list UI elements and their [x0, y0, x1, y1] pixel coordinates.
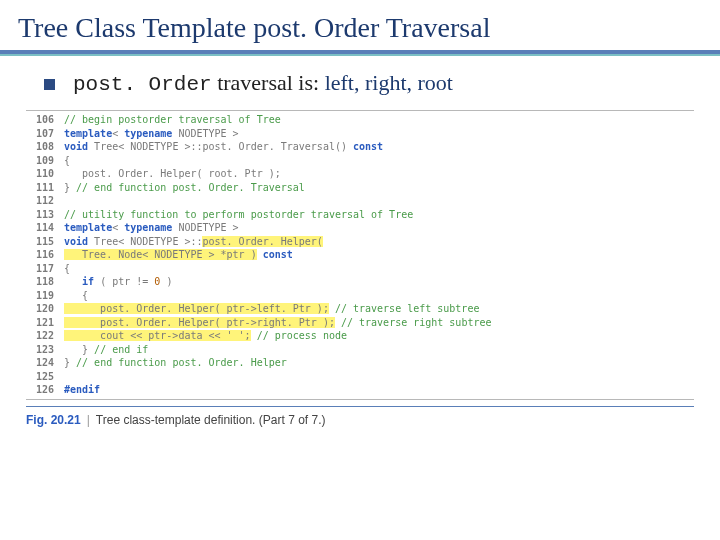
slide-title: Tree Class Template post. Order Traversa…	[18, 12, 702, 44]
line-number: 120	[26, 302, 64, 316]
code-content: cout << ptr->data << ' '; // process nod…	[64, 329, 694, 343]
code-line: 108void Tree< NODETYPE >::post. Order. T…	[26, 140, 694, 154]
code-content: } // end function post. Order. Helper	[64, 356, 694, 370]
code-content: } // end if	[64, 343, 694, 357]
line-number: 123	[26, 343, 64, 357]
bullet-item: post. Order traversal is: left, right, r…	[44, 70, 702, 96]
title-underline	[0, 50, 720, 56]
code-line: 113// utility function to perform postor…	[26, 208, 694, 222]
code-line: 112	[26, 194, 694, 208]
code-content: post. Order. Helper( ptr->right. Ptr ); …	[64, 316, 694, 330]
figure-caption: Fig. 20.21|Tree class-template definitio…	[26, 413, 694, 427]
line-number: 117	[26, 262, 64, 276]
code-content: Tree. Node< NODETYPE > *ptr ) const	[64, 248, 694, 262]
code-content	[64, 194, 694, 208]
code-line: 111} // end function post. Order. Traver…	[26, 181, 694, 195]
code-content: // utility function to perform postorder…	[64, 208, 694, 222]
caption-separator: |	[81, 413, 96, 427]
line-number: 125	[26, 370, 64, 384]
code-line: 114template< typename NODETYPE >	[26, 221, 694, 235]
line-number: 116	[26, 248, 64, 262]
code-line: 125	[26, 370, 694, 384]
line-number: 115	[26, 235, 64, 249]
code-content: template< typename NODETYPE >	[64, 127, 694, 141]
caption-text: Tree class-template definition. (Part 7 …	[96, 413, 326, 427]
code-line: 118 if ( ptr != 0 )	[26, 275, 694, 289]
code-content: {	[64, 289, 694, 303]
code-content: void Tree< NODETYPE >::post. Order. Help…	[64, 235, 694, 249]
square-bullet-icon	[44, 79, 55, 90]
code-line: 122 cout << ptr->data << ' '; // process…	[26, 329, 694, 343]
code-content: template< typename NODETYPE >	[64, 221, 694, 235]
code-line: 121 post. Order. Helper( ptr->right. Ptr…	[26, 316, 694, 330]
line-number: 111	[26, 181, 64, 195]
figure-label: Fig. 20.21	[26, 413, 81, 427]
code-line: 109{	[26, 154, 694, 168]
bullet-accent: left, right, root	[325, 70, 453, 95]
code-line: 107template< typename NODETYPE >	[26, 127, 694, 141]
code-content: post. Order. Helper( ptr->left. Ptr ); /…	[64, 302, 694, 316]
bullet-rest: traversal is:	[212, 70, 325, 95]
code-line: 126#endif	[26, 383, 694, 397]
code-content: } // end function post. Order. Traversal	[64, 181, 694, 195]
code-content: {	[64, 262, 694, 276]
code-line: 115void Tree< NODETYPE >::post. Order. H…	[26, 235, 694, 249]
code-line: 124} // end function post. Order. Helper	[26, 356, 694, 370]
line-number: 121	[26, 316, 64, 330]
code-content: #endif	[64, 383, 694, 397]
code-line: 117{	[26, 262, 694, 276]
line-number: 118	[26, 275, 64, 289]
bullet-text: post. Order traversal is: left, right, r…	[73, 70, 453, 96]
code-line: 123 } // end if	[26, 343, 694, 357]
line-number: 119	[26, 289, 64, 303]
code-line: 120 post. Order. Helper( ptr->left. Ptr …	[26, 302, 694, 316]
code-line: 119 {	[26, 289, 694, 303]
line-number: 108	[26, 140, 64, 154]
code-content: {	[64, 154, 694, 168]
code-listing: 106// begin postorder traversal of Tree1…	[26, 110, 694, 400]
line-number: 112	[26, 194, 64, 208]
code-line: 110 post. Order. Helper( root. Ptr );	[26, 167, 694, 181]
line-number: 122	[26, 329, 64, 343]
bullet-code: post. Order	[73, 73, 212, 96]
code-line: 106// begin postorder traversal of Tree	[26, 113, 694, 127]
code-line: 116 Tree. Node< NODETYPE > *ptr ) const	[26, 248, 694, 262]
caption-rule	[26, 406, 694, 407]
line-number: 110	[26, 167, 64, 181]
line-number: 113	[26, 208, 64, 222]
code-content: post. Order. Helper( root. Ptr );	[64, 167, 694, 181]
code-content	[64, 370, 694, 384]
code-content: void Tree< NODETYPE >::post. Order. Trav…	[64, 140, 694, 154]
line-number: 124	[26, 356, 64, 370]
line-number: 109	[26, 154, 64, 168]
line-number: 114	[26, 221, 64, 235]
line-number: 126	[26, 383, 64, 397]
line-number: 106	[26, 113, 64, 127]
line-number: 107	[26, 127, 64, 141]
code-content: // begin postorder traversal of Tree	[64, 113, 694, 127]
code-content: if ( ptr != 0 )	[64, 275, 694, 289]
